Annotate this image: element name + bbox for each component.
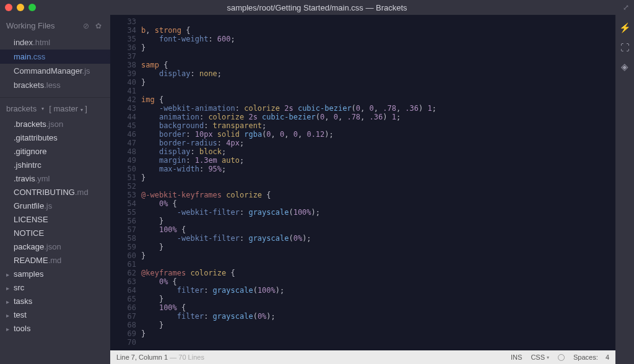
code-line[interactable]: -webkit-filter: grayscale(100%); xyxy=(141,208,615,217)
folder-item[interactable]: tasks xyxy=(0,294,110,308)
folder-item[interactable]: tools xyxy=(0,321,110,335)
folder-item[interactable]: src xyxy=(0,280,110,294)
line-gutter: 3334353637383940414243444546474849505152… xyxy=(110,17,141,350)
file-item[interactable]: NOTICE xyxy=(0,226,110,240)
code-line[interactable] xyxy=(141,52,615,61)
code-line[interactable]: img { xyxy=(141,95,615,104)
code-line[interactable]: 0% { xyxy=(141,277,615,286)
code-line[interactable]: animation: colorize 2s cubic-bezier(0, 0… xyxy=(141,113,615,121)
file-item[interactable]: .travis.yml xyxy=(0,171,110,185)
code-line[interactable]: display: none; xyxy=(141,69,615,78)
traffic-lights xyxy=(5,4,36,11)
extension-manager-icon[interactable]: ⛶ xyxy=(620,42,630,53)
code-line[interactable]: margin: 1.3em auto; xyxy=(141,156,615,165)
code-line[interactable]: @keyframes colorize { xyxy=(141,269,615,277)
file-item[interactable]: CONTRIBUTING.md xyxy=(0,185,110,199)
code-line[interactable]: } xyxy=(141,173,615,182)
code-line[interactable] xyxy=(141,260,615,269)
code-line[interactable]: filter: grayscale(100%); xyxy=(141,286,615,295)
insert-mode[interactable]: INS xyxy=(511,353,522,361)
code-line[interactable]: 0% { xyxy=(141,199,615,208)
indent-settings[interactable]: Spaces: 4 xyxy=(573,353,609,361)
working-file-item[interactable]: main.css xyxy=(0,50,110,64)
code-line[interactable]: } xyxy=(141,43,615,52)
code-line[interactable]: background: transparent; xyxy=(141,121,615,130)
diamond-icon[interactable]: ◈ xyxy=(621,61,628,72)
file-item[interactable]: README.md xyxy=(0,253,110,267)
working-file-item[interactable]: index.html xyxy=(0,35,110,50)
code-line[interactable]: @-webkit-keyframes colorize { xyxy=(141,191,615,199)
cursor-position[interactable]: Line 7, Column 1 xyxy=(116,353,168,361)
code-line[interactable]: } xyxy=(141,295,615,303)
editor[interactable]: 3334353637383940414243444546474849505152… xyxy=(110,15,615,364)
code-line[interactable] xyxy=(141,87,615,95)
sidebar: Working Files ⊘ ✿ index.htmlmain.cssComm… xyxy=(0,15,110,364)
code-line[interactable]: } xyxy=(141,321,615,329)
code-line[interactable]: samp { xyxy=(141,61,615,69)
statusbar: Line 7, Column 1 — 70 Lines INS CSS ▾ Sp… xyxy=(110,350,615,364)
fullscreen-icon[interactable]: ⤢ xyxy=(623,3,629,12)
code-line[interactable] xyxy=(141,17,615,26)
working-files-header: Working Files ⊘ ✿ xyxy=(0,15,110,34)
file-item[interactable]: package.json xyxy=(0,240,110,253)
working-file-item[interactable]: CommandManager.js xyxy=(0,64,110,78)
project-name: brackets xyxy=(6,104,37,113)
file-item[interactable]: LICENSE xyxy=(0,212,110,226)
folder-item[interactable]: samples xyxy=(0,267,110,280)
gear-icon[interactable]: ✿ xyxy=(95,22,102,30)
code-area[interactable]: b, strong { font-weight: 600;}samp { dis… xyxy=(141,17,615,350)
working-file-item[interactable]: brackets.less xyxy=(0,78,110,92)
code-line[interactable]: } xyxy=(141,78,615,87)
working-files-list: index.htmlmain.cssCommandManager.jsbrack… xyxy=(0,34,110,97)
code-line[interactable]: display: block; xyxy=(141,147,615,156)
code-line[interactable]: max-width: 95%; xyxy=(141,165,615,173)
code-line[interactable]: } xyxy=(141,217,615,225)
code-line[interactable]: filter: grayscale(0%); xyxy=(141,312,615,321)
minimize-icon[interactable] xyxy=(17,4,24,11)
code-line[interactable]: 100% { xyxy=(141,303,615,312)
right-toolbar: ⚡ ⛶ ◈ xyxy=(615,15,634,364)
code-line[interactable]: } xyxy=(141,329,615,338)
titlebar: samples/root/Getting Started/main.css — … xyxy=(0,0,634,15)
code-line[interactable]: -webkit-filter: grayscale(0%); xyxy=(141,234,615,243)
close-all-icon[interactable]: ⊘ xyxy=(83,22,89,30)
working-files-label: Working Files xyxy=(6,21,55,30)
code-line[interactable]: b, strong { xyxy=(141,26,615,35)
code-line[interactable]: font-weight: 600; xyxy=(141,35,615,43)
close-icon[interactable] xyxy=(5,4,12,11)
code-line[interactable] xyxy=(141,338,615,347)
git-branch: master xyxy=(53,104,78,113)
maximize-icon[interactable] xyxy=(28,4,36,11)
code-line[interactable]: -webkit-animation: colorize 2s cubic-bez… xyxy=(141,104,615,113)
file-item[interactable]: .gitattributes xyxy=(0,131,110,144)
folder-item[interactable]: test xyxy=(0,308,110,321)
file-item[interactable]: Gruntfile.js xyxy=(0,199,110,212)
code-line[interactable]: } xyxy=(141,251,615,260)
project-tree: .brackets.json.gitattributes.gitignore.j… xyxy=(0,117,110,347)
code-line[interactable]: 100% { xyxy=(141,225,615,234)
code-line[interactable]: } xyxy=(141,243,615,251)
code-line[interactable]: border-radius: 4px; xyxy=(141,139,615,147)
total-lines: 70 Lines xyxy=(178,353,204,361)
live-preview-icon[interactable]: ⚡ xyxy=(619,22,631,33)
lint-status-icon[interactable] xyxy=(558,354,565,361)
file-item[interactable]: .gitignore xyxy=(0,144,110,158)
file-item[interactable]: .jshintrc xyxy=(0,158,110,171)
code-line[interactable] xyxy=(141,182,615,191)
file-item[interactable]: .brackets.json xyxy=(0,117,110,131)
project-header[interactable]: brackets▾ [ master ▾ ] xyxy=(0,97,110,117)
language-mode[interactable]: CSS ▾ xyxy=(531,353,549,361)
window-title: samples/root/Getting Started/main.css — … xyxy=(0,3,634,12)
code-line[interactable]: border: 10px solid rgba(0, 0, 0, 0.12); xyxy=(141,130,615,139)
